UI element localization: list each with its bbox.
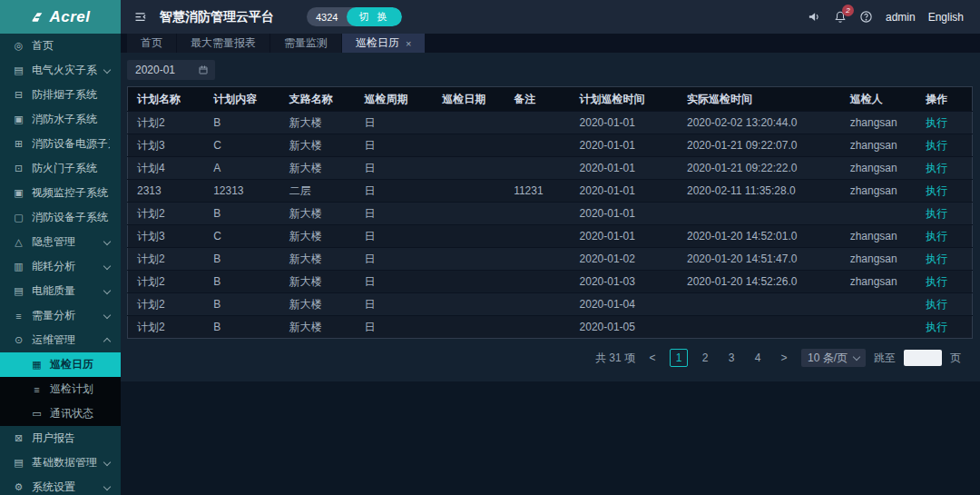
sidebar-item[interactable]: ▤电能质量: [0, 279, 121, 303]
cell: zhangsan: [841, 134, 917, 157]
column-header: 巡检人: [841, 87, 917, 112]
page-button[interactable]: 4: [749, 349, 767, 367]
tab[interactable]: 最大需量报表: [177, 34, 270, 53]
cell: zhangsan: [841, 180, 917, 203]
tab[interactable]: 需量监测: [270, 34, 341, 53]
table-header-row: 计划名称计划内容支路名称巡检周期巡检日期备注计划巡检时间实际巡检时间巡检人操作: [128, 87, 973, 112]
sidebar-subitem-label: 巡检日历: [50, 357, 93, 372]
cell: [505, 157, 570, 180]
prev-page-button[interactable]: <: [643, 349, 662, 367]
page-size-value: 10 条/页: [808, 351, 848, 366]
user-menu[interactable]: admin: [886, 11, 916, 24]
sidebar-item[interactable]: ⊡防火门子系统: [0, 156, 121, 181]
cell: 2020-01-01: [571, 225, 678, 248]
page-button[interactable]: 1: [670, 349, 688, 367]
execute-link[interactable]: 执行: [926, 162, 947, 174]
next-page-button[interactable]: >: [775, 349, 793, 367]
page-button[interactable]: 2: [696, 349, 714, 367]
cell: zhangsan: [841, 271, 917, 293]
cell: 2020-01-01: [571, 134, 678, 157]
page-size-select[interactable]: 10 条/页: [801, 349, 866, 367]
sidebar-item[interactable]: ▤基础数据管理: [0, 450, 121, 475]
sidebar-item[interactable]: △隐患管理: [0, 230, 121, 254]
sidebar-item[interactable]: ⊙运维管理: [0, 328, 121, 352]
column-header: 支路名称: [280, 87, 356, 112]
cell: C: [204, 225, 280, 248]
sidebar-item[interactable]: ⚙系统设置: [0, 475, 121, 495]
cell: [433, 271, 505, 293]
execute-link[interactable]: 执行: [926, 252, 947, 265]
close-tab-icon[interactable]: ×: [406, 38, 411, 49]
sidebar-item[interactable]: ⊠用户报告: [0, 426, 121, 450]
jump-page-input[interactable]: [904, 350, 942, 366]
cell: 新大楼: [280, 225, 356, 248]
hazard-icon: △: [13, 236, 24, 248]
tab-label: 需量监测: [284, 35, 328, 51]
sidebar-item[interactable]: ▢消防设备子系统: [0, 205, 121, 230]
tab[interactable]: 巡检日历×: [342, 34, 425, 53]
cell: 计划3: [128, 225, 205, 248]
sidebar-item[interactable]: ◎首页: [0, 34, 121, 58]
sidebar-item[interactable]: ▣视频监控子系统: [0, 181, 121, 205]
logo-text: Acrel: [49, 8, 90, 26]
cell: 日: [356, 271, 434, 293]
execute-link[interactable]: 执行: [926, 184, 947, 197]
tab[interactable]: 首页: [127, 34, 176, 53]
cell: 新大楼: [280, 248, 356, 271]
sidebar-subitem-label: 通讯状态: [50, 406, 93, 421]
sidebar-item-label: 防排烟子系统: [32, 87, 110, 103]
execute-link[interactable]: 执行: [926, 207, 947, 220]
sidebar-item-label: 运维管理: [32, 332, 97, 348]
action-cell: 执行: [916, 271, 972, 293]
sidebar-subitem[interactable]: ▦巡检日历: [0, 352, 121, 377]
execute-link[interactable]: 执行: [926, 230, 947, 243]
page-button[interactable]: 3: [722, 349, 740, 367]
execute-link[interactable]: 执行: [926, 298, 947, 311]
cell: [433, 316, 505, 339]
sidebar-item[interactable]: ≡需量分析: [0, 303, 121, 328]
cell: [505, 203, 570, 225]
table-row: 计划3C新大楼日2020-01-012020-01-21 09:22:07.0z…: [128, 134, 973, 157]
sidebar-item[interactable]: ⊞消防设备电源子系统: [0, 132, 121, 156]
cell: 新大楼: [280, 112, 356, 134]
sidebar-item[interactable]: ⊟防排烟子系统: [0, 83, 121, 107]
switch-project-button[interactable]: 切 换: [347, 7, 401, 26]
collapse-menu-icon[interactable]: [133, 10, 147, 24]
content-panel: 2020-01 计划名称计划内容支路名称巡检周期巡检日期备注计划巡检时间实际巡检…: [121, 53, 980, 381]
sidebar-subitem[interactable]: ≡巡检计划: [0, 377, 121, 401]
month-picker[interactable]: 2020-01: [127, 60, 215, 80]
base-data-icon: ▤: [13, 457, 24, 469]
sidebar-item-label: 用户报告: [32, 431, 110, 446]
execute-link[interactable]: 执行: [926, 321, 947, 333]
cell: 2020-01-01: [571, 157, 678, 180]
cell: 二层: [280, 180, 356, 203]
cell: zhangsan: [841, 157, 917, 180]
execute-link[interactable]: 执行: [926, 116, 947, 129]
page-unit-label: 页: [950, 351, 961, 366]
plan-list-icon: ≡: [31, 384, 43, 395]
help-icon[interactable]: [859, 10, 873, 24]
cell: 新大楼: [280, 271, 356, 293]
sidebar-subitem[interactable]: ▭通讯状态: [0, 401, 121, 426]
notifications-icon[interactable]: 2: [834, 10, 847, 24]
execute-link[interactable]: 执行: [926, 139, 947, 152]
demand-icon: ≡: [13, 311, 24, 322]
cell: 2020-01-21 09:22:07.0: [678, 134, 841, 157]
table-row: 计划3C新大楼日2020-01-012020-01-20 14:52:01.0z…: [128, 225, 973, 248]
language-switch[interactable]: English: [928, 11, 964, 24]
sidebar-item[interactable]: ▥能耗分析: [0, 254, 121, 279]
chevron-down-icon: [103, 482, 111, 490]
execute-link[interactable]: 执行: [926, 275, 947, 288]
sidebar: Acrel ◎首页▤电气火灾子系统⊟防排烟子系统▣消防水子系统⊞消防设备电源子系…: [0, 0, 121, 495]
cell: B: [204, 203, 280, 225]
smoke-control-icon: ⊟: [13, 89, 24, 101]
cell: 日: [356, 180, 434, 203]
cell: 2020-02-11 11:35:28.0: [678, 180, 841, 203]
announcement-icon[interactable]: [808, 10, 821, 24]
cell: [433, 248, 505, 271]
sidebar-item[interactable]: ▣消防水子系统: [0, 107, 121, 132]
column-header: 实际巡检时间: [678, 87, 841, 112]
sidebar-item[interactable]: ▤电气火灾子系统: [0, 58, 121, 83]
home-icon: ◎: [13, 40, 24, 52]
inspection-table: 计划名称计划内容支路名称巡检周期巡检日期备注计划巡检时间实际巡检时间巡检人操作 …: [127, 86, 973, 339]
